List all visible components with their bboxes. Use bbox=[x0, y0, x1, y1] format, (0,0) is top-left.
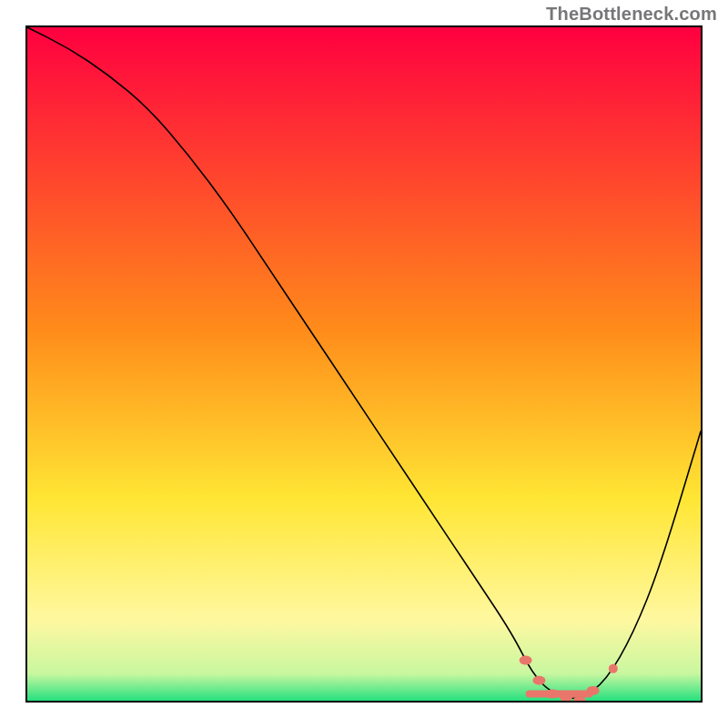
chart-container: TheBottleneck.com bbox=[0, 0, 728, 728]
optimal-marker bbox=[532, 676, 545, 685]
gradient-background bbox=[27, 27, 701, 701]
plot-area bbox=[25, 25, 703, 703]
optimal-marker bbox=[587, 686, 600, 695]
optimal-marker-bar bbox=[526, 691, 593, 698]
optimal-marker bbox=[520, 656, 532, 665]
optimal-marker bbox=[546, 690, 559, 699]
optimal-marker bbox=[609, 664, 618, 673]
chart-svg bbox=[27, 27, 701, 701]
attribution-label: TheBottleneck.com bbox=[546, 4, 717, 25]
